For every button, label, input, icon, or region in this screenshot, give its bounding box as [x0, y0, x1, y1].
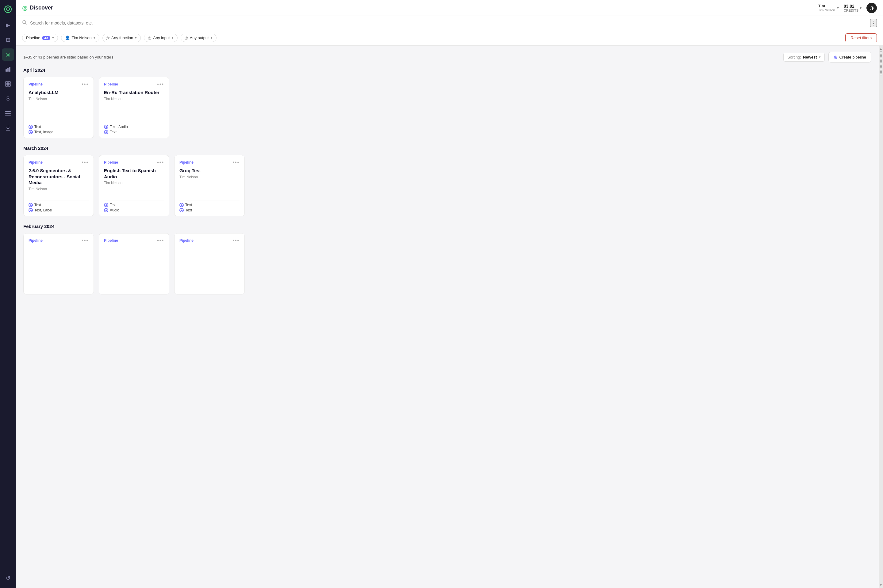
credits-display[interactable]: 83.82 CREDITS ▾: [844, 4, 862, 12]
cards-grid-0: Pipeline•••AnalyticsLLMTim NelsonTextTex…: [23, 77, 871, 138]
sidebar-item-download[interactable]: [2, 122, 14, 134]
sidebar-item-expand[interactable]: ▶: [2, 19, 14, 31]
sort-dropdown[interactable]: Sorting: Newest ▾: [783, 53, 824, 62]
search-icon: [22, 20, 27, 26]
month-heading-2: February 2024: [23, 224, 871, 229]
content-area: 1–35 of 43 pipelines are listed based on…: [16, 46, 879, 588]
main-content: ◎ Discover Tim Tim Nelson ▾ 83.82 CREDIT…: [16, 0, 883, 588]
card-output-row: Text, Image: [29, 130, 89, 134]
search-more-button[interactable]: ⋮: [870, 19, 877, 27]
card-input-row: Text, Audio: [104, 125, 164, 129]
month-group-2: February 2024Pipeline•••Pipeline•••Pipel…: [23, 224, 871, 294]
card-output-label: Text: [110, 130, 117, 134]
card-more-button[interactable]: •••: [81, 160, 89, 165]
search-input[interactable]: [30, 21, 867, 26]
theme-toggle-button[interactable]: ◑: [866, 3, 877, 13]
reset-filters-button[interactable]: Reset filters: [845, 33, 877, 42]
sidebar-item-pipelines[interactable]: [2, 78, 14, 90]
scroll-up-arrow-icon[interactable]: ▲: [879, 46, 883, 51]
scrollbar[interactable]: ▲ ▼: [879, 46, 883, 588]
card-output-row: Text: [104, 130, 164, 134]
sidebar-item-refresh[interactable]: ↺: [2, 572, 14, 584]
card-header-1-0: Pipeline•••: [29, 160, 89, 165]
card-footer: TextText, Label: [29, 200, 89, 212]
output-circle-icon: ◎: [185, 36, 188, 40]
card-more-button[interactable]: •••: [233, 160, 239, 165]
card-type-label: Pipeline: [104, 160, 118, 165]
card-type-label: Pipeline: [104, 82, 118, 86]
scroll-thumb[interactable]: [880, 51, 882, 75]
card-author: Tim Nelson: [104, 181, 164, 185]
sidebar-bottom: ↺: [2, 572, 14, 584]
credits-value-block: 83.82 CREDITS: [844, 4, 859, 12]
pipeline-card-1-1[interactable]: Pipeline•••English Text to Spanish Audio…: [99, 155, 169, 216]
card-input-label: Text: [35, 125, 41, 129]
pipeline-card-2-2[interactable]: Pipeline•••: [174, 233, 245, 294]
pipeline-card-2-0[interactable]: Pipeline•••: [23, 233, 94, 294]
sidebar-item-analytics[interactable]: [2, 63, 14, 75]
create-pipeline-button[interactable]: ⊕ Create pipeline: [829, 52, 871, 63]
svg-rect-7: [6, 84, 8, 86]
card-output-icon: [179, 208, 184, 212]
user-details: Tim Tim Nelson: [818, 4, 835, 12]
search-bar: ⋮: [16, 16, 883, 30]
pipeline-card-1-0[interactable]: Pipeline•••2.6.0 Segmentors & Reconstruc…: [23, 155, 94, 216]
scroll-thumb-area[interactable]: [879, 51, 882, 583]
card-output-label: Text, Image: [35, 130, 53, 134]
card-input-icon: [29, 125, 33, 129]
user-menu[interactable]: Tim Tim Nelson ▾: [818, 4, 839, 12]
user-chevron-icon: ▾: [837, 6, 839, 10]
card-input-row: Text: [179, 203, 239, 207]
card-author: Tim Nelson: [29, 97, 89, 101]
pipeline-card-1-2[interactable]: Pipeline•••Groq TestTim NelsonTextText: [174, 155, 245, 216]
card-type-label: Pipeline: [29, 238, 43, 243]
card-type-label: Pipeline: [179, 160, 194, 165]
results-meta: 1–35 of 43 pipelines are listed based on…: [23, 52, 871, 63]
svg-rect-10: [5, 113, 11, 114]
sidebar-item-discover[interactable]: ◎: [2, 48, 14, 61]
filter-input[interactable]: ◎ Any input ▾: [144, 34, 177, 42]
pipeline-card-0-1[interactable]: Pipeline•••En-Ru Translation RouterTim N…: [99, 77, 169, 138]
card-title: 2.6.0 Segmentors & Reconstructors - Soci…: [29, 168, 89, 186]
scroll-down-arrow-icon[interactable]: ▼: [879, 583, 883, 587]
card-output-icon: [29, 130, 33, 134]
card-more-button[interactable]: •••: [81, 81, 89, 87]
filter-function-chevron-icon: ▾: [135, 36, 137, 40]
topbar: ◎ Discover Tim Tim Nelson ▾ 83.82 CREDIT…: [16, 0, 883, 16]
card-header-2-2: Pipeline•••: [179, 238, 239, 243]
sidebar-item-menu[interactable]: [2, 107, 14, 120]
card-more-button[interactable]: •••: [157, 238, 164, 243]
card-title: AnalyticsLLM: [29, 90, 89, 96]
pipeline-card-2-1[interactable]: Pipeline•••: [99, 233, 169, 294]
card-more-button[interactable]: •••: [81, 238, 89, 243]
results-actions: Sorting: Newest ▾ ⊕ Create pipeline: [783, 52, 871, 63]
card-input-label: Text: [35, 203, 41, 207]
card-more-button[interactable]: •••: [157, 81, 164, 87]
svg-rect-4: [9, 67, 11, 72]
svg-point-1: [6, 8, 9, 11]
card-output-label: Audio: [110, 208, 119, 212]
svg-rect-8: [8, 84, 11, 86]
filter-output[interactable]: ◎ Any output ▾: [181, 34, 217, 42]
card-footer: TextText: [179, 200, 239, 212]
card-author: Tim Nelson: [104, 97, 164, 101]
svg-rect-9: [5, 111, 11, 112]
input-circle-icon: ◎: [148, 36, 151, 40]
card-input-row: Text: [29, 125, 89, 129]
filter-type-chevron-icon: ▾: [52, 36, 54, 40]
card-footer: TextAudio: [104, 200, 164, 212]
card-header-1-1: Pipeline•••: [104, 160, 164, 165]
filter-function[interactable]: 𝑓𝑥 Any function ▾: [102, 34, 141, 42]
pipeline-card-0-0[interactable]: Pipeline•••AnalyticsLLMTim NelsonTextTex…: [23, 77, 94, 138]
svg-point-0: [5, 6, 11, 13]
card-input-icon: [104, 125, 108, 129]
sidebar-item-home[interactable]: ⊞: [2, 34, 14, 46]
sidebar-item-billing[interactable]: $: [2, 93, 14, 105]
card-input-icon: [29, 203, 33, 207]
user-icon: 👤: [65, 36, 70, 40]
card-more-button[interactable]: •••: [233, 238, 239, 243]
filter-user[interactable]: 👤 Tim Nelson ▾: [61, 34, 99, 42]
card-more-button[interactable]: •••: [157, 160, 164, 165]
filter-type[interactable]: Pipeline 43 ▾: [22, 34, 58, 42]
card-input-label: Text, Audio: [110, 125, 128, 129]
